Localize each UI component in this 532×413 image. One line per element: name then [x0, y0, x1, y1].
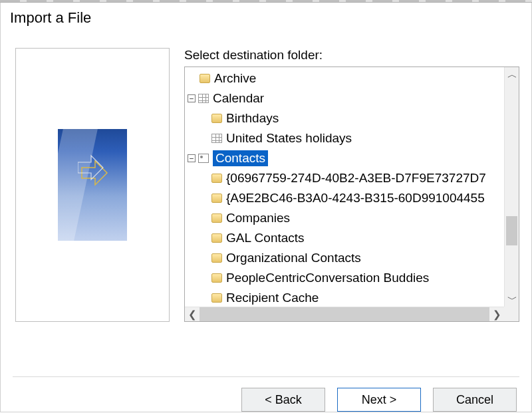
folder-icon: [211, 273, 222, 283]
cancel-button[interactable]: Cancel: [433, 388, 517, 412]
scroll-up-icon[interactable]: ︿: [505, 67, 519, 82]
next-button[interactable]: Next >: [337, 388, 421, 412]
scroll-left-icon[interactable]: ❮: [185, 307, 200, 322]
tree-item-calendar[interactable]: − Calendar: [185, 88, 504, 108]
scroll-down-icon[interactable]: ﹀: [505, 292, 519, 307]
vertical-scrollbar[interactable]: ︿ ﹀: [504, 67, 519, 307]
window-title: Import a File: [1, 3, 531, 29]
scroll-right-icon[interactable]: ❯: [489, 307, 504, 322]
folder-tree-viewport: Archive − Calendar: [185, 67, 504, 307]
folder-icon: [211, 114, 222, 123]
tree-item-label: United States holidays: [226, 131, 352, 146]
back-button[interactable]: < Back: [241, 388, 325, 412]
tree-item-label: Birthdays: [226, 111, 279, 126]
arrow-outline-icon: [78, 153, 118, 193]
tree-item-birthdays[interactable]: Birthdays: [185, 108, 504, 128]
calendar-icon: [198, 94, 209, 103]
tree-item-label: PeopleCentricConversation Buddies: [226, 271, 429, 285]
folder-icon: [200, 74, 210, 83]
tree-item-label: {06967759-274D-40B2-A3EB-D7F9E73727D7: [226, 171, 486, 186]
scroll-thumb[interactable]: [506, 216, 517, 245]
folder-icon: [211, 253, 222, 263]
tree-item-archive[interactable]: Archive: [185, 69, 504, 88]
import-illustration: [58, 129, 127, 241]
collapse-toggle-icon[interactable]: −: [188, 94, 196, 102]
tree-item-peoplecentric-buddies[interactable]: PeopleCentricConversation Buddies: [185, 268, 504, 288]
scrollbar-corner: [504, 307, 519, 321]
collapse-toggle-icon[interactable]: −: [188, 154, 196, 162]
tree-item-organizational-contacts[interactable]: Organizational Contacts: [185, 248, 504, 268]
scroll-track[interactable]: [200, 307, 489, 321]
folder-icon: [211, 213, 222, 223]
tree-item-companies[interactable]: Companies: [185, 208, 504, 228]
wizard-button-row: < Back Next > Cancel: [1, 377, 531, 412]
folder-icon: [211, 194, 222, 203]
folder-icon: [211, 233, 222, 243]
tree-item-label: Archive: [214, 71, 256, 86]
tree-item-recipient-cache[interactable]: Recipient Cache: [185, 288, 504, 307]
content-area: Select destination folder: Archive: [1, 29, 531, 359]
tree-item-contacts[interactable]: − Contacts: [185, 148, 504, 168]
calendar-icon: [211, 134, 222, 143]
prompt-label: Select destination folder:: [184, 48, 519, 63]
contacts-icon: [198, 154, 209, 163]
tree-item-us-holidays[interactable]: United States holidays: [185, 128, 504, 148]
illustration-panel: [15, 48, 170, 322]
folder-icon: [211, 174, 222, 183]
tree-item-guid2[interactable]: {A9E2BC46-B3A0-4243-B315-60D991004455: [185, 188, 504, 208]
tree-item-label-selected: Contacts: [213, 150, 268, 166]
tree-item-label: Recipient Cache: [226, 291, 319, 305]
folder-icon: [211, 293, 222, 303]
tree-item-gal-contacts[interactable]: GAL Contacts: [185, 228, 504, 248]
tree-item-label: GAL Contacts: [226, 231, 305, 245]
horizontal-scrollbar[interactable]: ❮ ❯: [185, 307, 504, 321]
import-wizard-window: Import a File Select destination folder:: [0, 3, 532, 412]
tree-item-label: Companies: [226, 211, 290, 225]
folder-tree[interactable]: Archive − Calendar: [184, 67, 519, 322]
main-panel: Select destination folder: Archive: [184, 48, 519, 359]
tree-item-label: Organizational Contacts: [226, 251, 361, 265]
tree-item-label: Calendar: [213, 91, 264, 106]
tree-item-guid1[interactable]: {06967759-274D-40B2-A3EB-D7F9E73727D7: [185, 168, 504, 188]
tree-item-label: {A9E2BC46-B3A0-4243-B315-60D991004455: [226, 191, 485, 206]
